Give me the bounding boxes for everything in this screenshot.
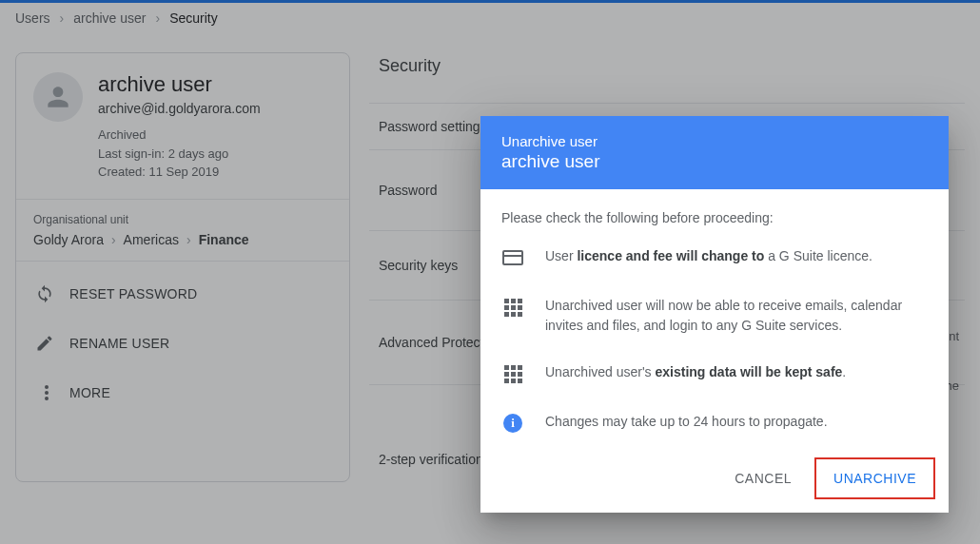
- info-icon: i: [501, 412, 524, 435]
- card-icon: [501, 246, 524, 269]
- check-item-data-safe: Unarchived user's existing data will be …: [501, 362, 928, 385]
- check-item-licence: User licence and fee will change to a G …: [501, 246, 928, 269]
- cancel-button[interactable]: CANCEL: [719, 457, 807, 499]
- check-item-propagation: i Changes may take up to 24 hours to pro…: [501, 412, 928, 435]
- dialog-intro: Please check the following before procee…: [501, 210, 928, 225]
- apps-icon: [501, 362, 524, 385]
- highlight-box: UNARCHIVE: [814, 457, 935, 499]
- dialog-subtitle: Unarchive user: [501, 133, 928, 149]
- dialog-title: archive user: [501, 151, 928, 172]
- check-item-services: Unarchived user will now be able to rece…: [501, 296, 928, 336]
- apps-icon: [501, 296, 524, 319]
- unarchive-dialog: Unarchive user archive user Please check…: [480, 116, 949, 513]
- unarchive-button[interactable]: UNARCHIVE: [818, 461, 931, 495]
